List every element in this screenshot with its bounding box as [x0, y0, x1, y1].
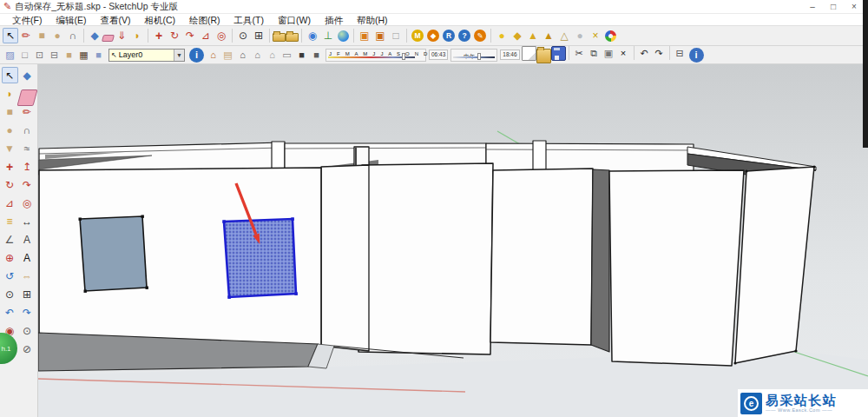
- look-around-tool[interactable]: ⊙: [19, 322, 36, 339]
- orbit-tool[interactable]: ↺: [2, 268, 18, 284]
- paint-bucket-tool[interactable]: ◗: [2, 85, 18, 102]
- print-icon[interactable]: ⊟: [673, 46, 687, 61]
- front-view-icon[interactable]: ⌂: [235, 48, 250, 63]
- 3d-text-tool[interactable]: A: [19, 249, 36, 266]
- sandbox-tool[interactable]: ⊥: [320, 28, 336, 43]
- delete-icon[interactable]: ×: [616, 46, 631, 61]
- select-tool[interactable]: ↖: [2, 67, 18, 83]
- rectangle-tool[interactable]: ■: [34, 28, 49, 43]
- menu-draw[interactable]: 绘图(R): [182, 14, 227, 26]
- back-view-icon[interactable]: ⌂: [265, 48, 279, 63]
- minimize-button[interactable]: –: [802, 0, 823, 13]
- wall-panels[interactable]: [39, 147, 816, 366]
- text-tool[interactable]: A: [19, 231, 36, 248]
- menu-file[interactable]: 文件(F): [5, 14, 49, 26]
- menu-view[interactable]: 查看(V): [93, 14, 137, 26]
- move-tool[interactable]: +: [2, 158, 18, 175]
- axes-tool[interactable]: ⊕: [2, 249, 18, 266]
- layer-dropdown[interactable]: ↖ Layer0 ▼: [108, 49, 185, 62]
- right-view-icon[interactable]: ⌂: [250, 48, 265, 63]
- shaded-style-icon[interactable]: ■: [62, 48, 76, 63]
- window-selected[interactable]: [222, 217, 298, 299]
- time-slider-handle[interactable]: [477, 53, 481, 60]
- select-tool[interactable]: ↖: [3, 28, 18, 43]
- new-file-icon[interactable]: [522, 46, 536, 61]
- tape-measure-tool[interactable]: ≡: [2, 213, 18, 229]
- info-button[interactable]: i: [689, 48, 704, 63]
- xray-style-icon[interactable]: ▨: [3, 48, 17, 63]
- push-pull-tool[interactable]: ↥: [19, 158, 36, 175]
- next-view-icon[interactable]: ↷: [19, 304, 36, 321]
- rotate-tool[interactable]: ↻: [2, 176, 18, 193]
- google-earth-icon[interactable]: [338, 30, 349, 42]
- shadow-time-slider[interactable]: 中午: [450, 49, 497, 62]
- redo-icon[interactable]: ↷: [652, 46, 667, 61]
- make-component-tool[interactable]: ◆: [19, 67, 36, 83]
- shadow-toggle-icon[interactable]: ■: [309, 48, 324, 63]
- menu-camera[interactable]: 相机(C): [137, 14, 182, 26]
- menu-plugins[interactable]: 插件: [318, 14, 350, 26]
- r-button[interactable]: R: [443, 30, 455, 42]
- cone-light-icon[interactable]: △: [556, 28, 572, 43]
- colorful-circle-icon[interactable]: [605, 30, 616, 42]
- pan-tool[interactable]: ⇔: [19, 268, 36, 284]
- shadow-date-slider[interactable]: J F M A M J J A S O N D: [326, 49, 426, 62]
- menu-help[interactable]: 帮助(H): [350, 14, 395, 26]
- date-slider-handle[interactable]: [402, 53, 405, 60]
- shadow-dialog-icon[interactable]: ■: [294, 48, 309, 63]
- dimension-tool[interactable]: ↔: [19, 213, 36, 229]
- top-view-icon[interactable]: ▤: [220, 48, 235, 63]
- section-plane-tool[interactable]: ⊘: [19, 341, 36, 357]
- follow-me-tool[interactable]: ↷: [182, 28, 198, 43]
- zoom-tool[interactable]: ⊙: [2, 286, 18, 302]
- offset-tool[interactable]: ◎: [19, 195, 36, 211]
- move-tool[interactable]: +: [151, 28, 167, 43]
- menu-edit[interactable]: 编辑(E): [49, 14, 93, 26]
- textured-style-icon[interactable]: ▦: [76, 48, 91, 63]
- menu-window[interactable]: 窗口(W): [271, 14, 318, 26]
- m-button[interactable]: M: [411, 30, 424, 42]
- back-edges-style-icon[interactable]: ⊟: [47, 48, 62, 63]
- cut-icon[interactable]: ✂: [572, 46, 587, 61]
- dropdown-arrow-icon[interactable]: ▼: [174, 50, 184, 61]
- warehouse-icon[interactable]: □: [388, 28, 404, 43]
- circle-tool[interactable]: ●: [49, 28, 65, 43]
- coin-icon[interactable]: ●: [494, 28, 510, 43]
- gold-axes-icon[interactable]: ×: [588, 28, 603, 43]
- previous-view-icon[interactable]: ↶: [2, 304, 18, 321]
- pencil-button[interactable]: ✎: [474, 30, 486, 42]
- share-models-icon[interactable]: ▣: [372, 28, 388, 43]
- close-button[interactable]: ×: [844, 0, 865, 13]
- zoom-tool[interactable]: ⊙: [235, 28, 251, 43]
- line-tool[interactable]: ✏: [18, 28, 34, 43]
- materials-browser-icon[interactable]: [273, 33, 286, 42]
- arc-tool[interactable]: ∩: [65, 28, 81, 43]
- offset-tool[interactable]: ◎: [214, 28, 229, 43]
- undo-icon[interactable]: ↶: [637, 46, 652, 61]
- left-view-icon[interactable]: ▭: [279, 48, 294, 63]
- follow-me-tool[interactable]: ↷: [19, 176, 36, 193]
- freehand-tool[interactable]: ≈: [19, 140, 36, 156]
- rectangle-tool[interactable]: ■: [2, 103, 18, 120]
- paste-icon[interactable]: ▣: [602, 46, 616, 61]
- copy-icon[interactable]: ⧉: [587, 46, 602, 61]
- open-file-icon[interactable]: [536, 49, 551, 63]
- diamond-icon[interactable]: ◆: [510, 28, 525, 43]
- zoom-extents-tool[interactable]: ⊞: [19, 286, 36, 302]
- make-component-tool[interactable]: ◆: [87, 28, 102, 43]
- 3d-viewport[interactable]: [38, 64, 868, 417]
- rotate-tool[interactable]: ↻: [167, 28, 182, 43]
- cone-small-icon[interactable]: ▲: [525, 28, 541, 43]
- add-location-icon[interactable]: ◉: [305, 28, 320, 43]
- scale-tool[interactable]: ⊿: [198, 28, 214, 43]
- monochrome-style-icon[interactable]: ■: [91, 48, 106, 63]
- extension-button[interactable]: ◆: [427, 30, 439, 42]
- menu-tools[interactable]: 工具(T): [227, 14, 271, 26]
- protractor-tool[interactable]: ∠: [2, 231, 18, 248]
- components-browser-icon[interactable]: [286, 33, 299, 42]
- push-pull-tool[interactable]: ⇓: [114, 28, 129, 43]
- get-models-icon[interactable]: ▣: [357, 28, 372, 43]
- eraser-tool[interactable]: [102, 35, 115, 42]
- save-file-icon[interactable]: [551, 46, 566, 61]
- paint-bucket-tool[interactable]: ◗: [129, 28, 145, 43]
